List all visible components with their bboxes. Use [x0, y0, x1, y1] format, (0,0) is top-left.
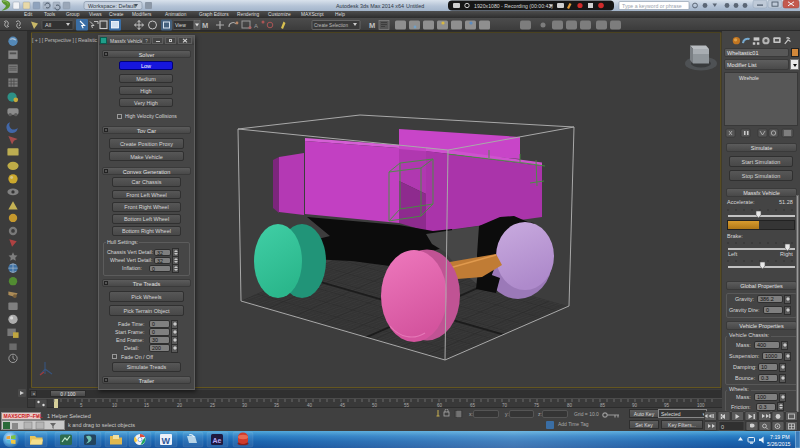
svg-text:Workspace: Default: Workspace: Default — [88, 3, 136, 9]
svg-text:View: View — [175, 22, 186, 28]
svg-text:Create Selection: Create Selection — [314, 23, 348, 28]
svg-text:A: A — [254, 23, 258, 29]
svg-text:0: 0 — [721, 424, 724, 430]
svg-text:Autodesk 3ds Max 2014 x64: Autodesk 3ds Max 2014 x64 — [336, 3, 404, 9]
svg-text:1920x1080 - Recording (00:00: 1920x1080 - Recording (00:00:42) — [474, 3, 553, 9]
svg-text:Type a keyword or phrase: Type a keyword or phrase — [622, 3, 682, 9]
svg-text:W: W — [162, 436, 171, 446]
svg-text:M: M — [369, 21, 375, 30]
svg-text:M: M — [202, 21, 208, 30]
svg-text:Ae: Ae — [213, 437, 222, 444]
svg-text:Untitled: Untitled — [406, 3, 424, 9]
svg-text:[ + ] [ Perspective ] [ Realis: [ + ] [ Perspective ] [ Realistic ] — [32, 37, 101, 43]
svg-text:5/26/2015: 5/26/2015 — [767, 441, 791, 447]
svg-text:All: All — [45, 22, 51, 28]
svg-text:7:19 PM: 7:19 PM — [770, 434, 790, 440]
